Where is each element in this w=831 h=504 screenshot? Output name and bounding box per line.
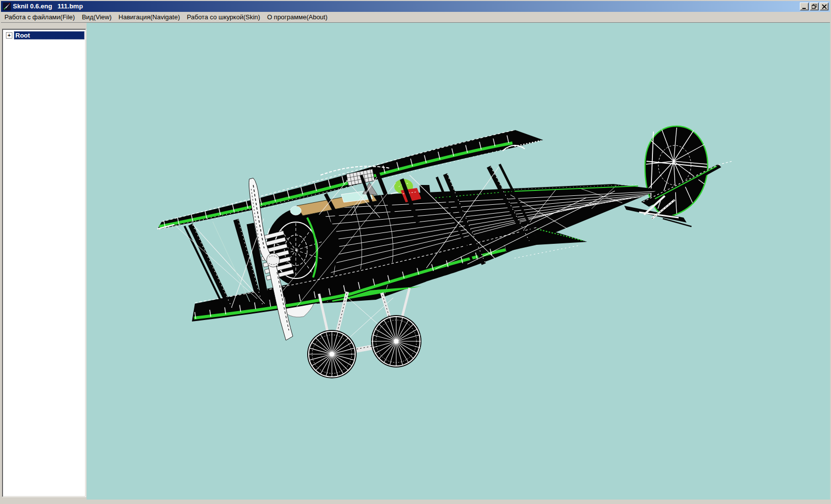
app-icon xyxy=(3,2,11,10)
headrest xyxy=(419,185,431,203)
sidebar: + Root xyxy=(1,23,87,500)
tree-item-label[interactable]: Root xyxy=(14,31,85,40)
close-button[interactable] xyxy=(820,2,829,10)
menubar: Работа с файлами(File) Вид(View) Навигац… xyxy=(1,12,830,23)
expand-icon[interactable]: + xyxy=(6,32,12,39)
menu-item-view[interactable]: Вид(View) xyxy=(78,12,115,22)
window-title: Sknil 0.6.eng 111.bmp xyxy=(13,1,800,12)
menu-item-skin[interactable]: Работа со шкуркой(Skin) xyxy=(184,12,264,22)
titlebar: Sknil 0.6.eng 111.bmp xyxy=(1,1,830,12)
front-windscreen xyxy=(290,206,301,215)
tree-panel: + Root xyxy=(2,29,86,497)
menu-item-file[interactable]: Работа с файлами(File) xyxy=(1,12,78,22)
right-wheel xyxy=(371,315,421,367)
tree-item-root: + Root xyxy=(2,31,86,40)
minimize-button[interactable] xyxy=(800,2,809,10)
close-icon xyxy=(822,4,827,9)
menu-item-about[interactable]: О программе(About) xyxy=(264,12,331,22)
restore-button[interactable] xyxy=(810,2,819,10)
app-window: Sknil 0.6.eng 111.bmp Работа с файлам xyxy=(0,0,831,504)
restore-icon xyxy=(812,4,817,9)
model-viewport[interactable] xyxy=(87,23,830,500)
minimize-icon xyxy=(802,4,807,9)
biplane-wireframe-model xyxy=(87,23,830,500)
left-wheel xyxy=(307,330,357,378)
menu-item-navigate[interactable]: Навигация(Navigate) xyxy=(115,12,184,22)
